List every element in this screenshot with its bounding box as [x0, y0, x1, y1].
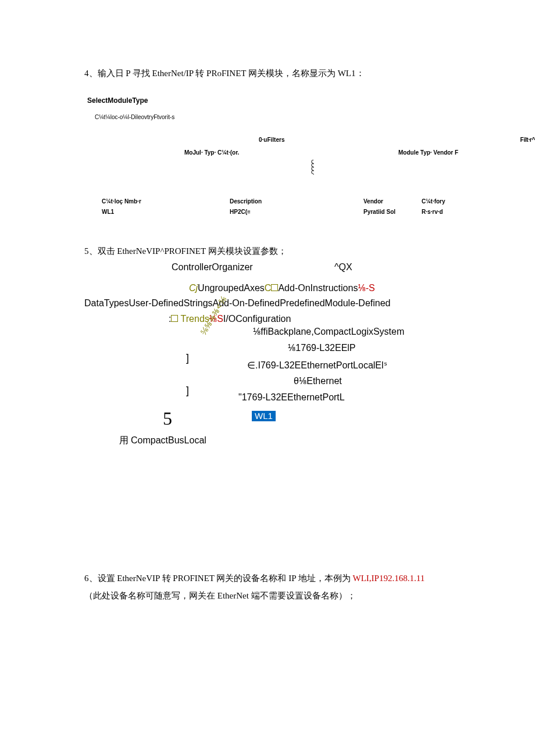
- dialog-title: SelectModuleType: [87, 96, 500, 105]
- qx-label: ^QX: [334, 262, 352, 273]
- header-description: Description: [230, 198, 262, 205]
- header-vendor: Vendor: [363, 198, 383, 205]
- step5-text: 5、双击 EtherNeVIP^PROFINET 网关模块设置参数；: [84, 245, 500, 258]
- tree-node-1769-l32eeip[interactable]: ⅛1769-L32EElP: [288, 343, 356, 353]
- step5-block: 5、双击 EtherNeVIP^PROFINET 网关模块设置参数； Contr…: [84, 245, 500, 447]
- tree-node-wl1-selected[interactable]: WL1: [252, 411, 276, 421]
- tree-frag-ioconfig: I/OConfiguration: [223, 314, 291, 324]
- cell-category: R·s·rv·d: [422, 209, 443, 215]
- tree-node-ethernet-port-local[interactable]: ∈.I769-L32EEthernetPortLocalElˢ: [247, 360, 387, 371]
- box-icon2: [171, 315, 178, 322]
- cell-description: HP2C(≡: [230, 209, 251, 215]
- result-headers: C¼t·loç Nmb·r Description Vendor C¼t·for…: [84, 198, 500, 206]
- tree-frag-addon: Add-OnInstructions: [278, 283, 358, 293]
- tree-node-backplane[interactable]: ⅛ffiBackplane,CompactLogixSystem: [253, 327, 404, 337]
- checkbox-glyphs: ςςςς: [311, 160, 500, 174]
- tree-text-block: CjUngroupedAxesCAdd-OnInstructions⅛-SDat…: [84, 281, 500, 310]
- module-type-vendor-label: Module Typ· Vendor F: [398, 149, 458, 156]
- tree-node-ethernet[interactable]: θ⅛Ethernet: [294, 376, 342, 386]
- filters-row: 0·uFilters Filt·r^: [84, 137, 500, 145]
- dialog-tabs: C¼t¼loc-o¼l-DileovtryFtvorit-s: [95, 114, 500, 120]
- step6-line1: 6、设置 EtherNeVIP 转 PROFINET 网关的设备名称和 IP 地…: [84, 572, 500, 585]
- document-page: 4、输入日 P 寻找 EtherNet/IP 转 PRoFINET 网关模块，名…: [0, 0, 535, 632]
- module-type-category-label: MoJul· Typ· C¼t·(or.: [184, 149, 239, 156]
- tree-frag-datatypes: DataTypesUser-DefinedStringsAdd-On-Defin…: [84, 296, 500, 311]
- organizer-header: ControllerOrganizer ^QX: [84, 262, 500, 275]
- tree-frag-ungrouped: UngroupedAxes: [198, 283, 265, 293]
- tree-frag-cj: Cj: [189, 283, 198, 293]
- box-icon: [271, 284, 278, 291]
- filters-left-label: 0·uFilters: [259, 137, 284, 143]
- step6-line2: （此处设备名称可随意写，网关在 EtherNet 端不需要设置设备名称）；: [84, 589, 500, 603]
- controller-organizer-label: ControllerOrganizer: [172, 262, 253, 273]
- select-module-dialog: SelectModuleType C¼t¼loc-o¼l-DileovtryFt…: [84, 96, 500, 217]
- result-row[interactable]: WL1 HP2C(≡ Pyratiid Sol R·s·rv·d: [84, 209, 500, 217]
- cell-vendor: Pyratiid Sol: [363, 209, 395, 215]
- digit-5: 5: [163, 408, 172, 429]
- step6-line1-a: 6、设置 EtherNeVIP 转 PROFINET 网关的设备名称和 IP 地…: [84, 574, 353, 583]
- header-catalog-number: C¼t·loç Nmb·r: [102, 198, 141, 205]
- header-category: C¼t·fory: [422, 198, 445, 205]
- bracket-icon: ]: [186, 352, 189, 364]
- bracket-icon2: ]: [186, 385, 189, 397]
- tree-graphic: ⅚⅝⅜⅜<⅚ ] ] 5 ⅛ffiBackplane,CompactLogixS…: [84, 327, 500, 437]
- cell-catalog-number: WL1: [102, 209, 114, 215]
- tree-frag-18s: ⅛-S: [358, 283, 374, 293]
- tree-text-block2: : Trends⅛SI/OConfiguration: [84, 311, 500, 327]
- tree-node-ethernet-port-l[interactable]: "1769-L32EEthernetPortL: [238, 392, 345, 403]
- step6-block: 6、设置 EtherNeVIP 转 PROFINET 网关的设备名称和 IP 地…: [84, 572, 500, 603]
- step6-line1-red: WLI,IP192.168.1.11: [353, 574, 425, 583]
- tree-frag-c: C: [265, 283, 272, 293]
- type-row: MoJul· Typ· C¼t·(or. Module Typ· Vendor …: [84, 149, 500, 157]
- filters-right-label: Filt·r^: [520, 137, 535, 143]
- step4-text: 4、输入日 P 寻找 EtherNet/IP 转 PRoFINET 网关模块，名…: [84, 67, 500, 80]
